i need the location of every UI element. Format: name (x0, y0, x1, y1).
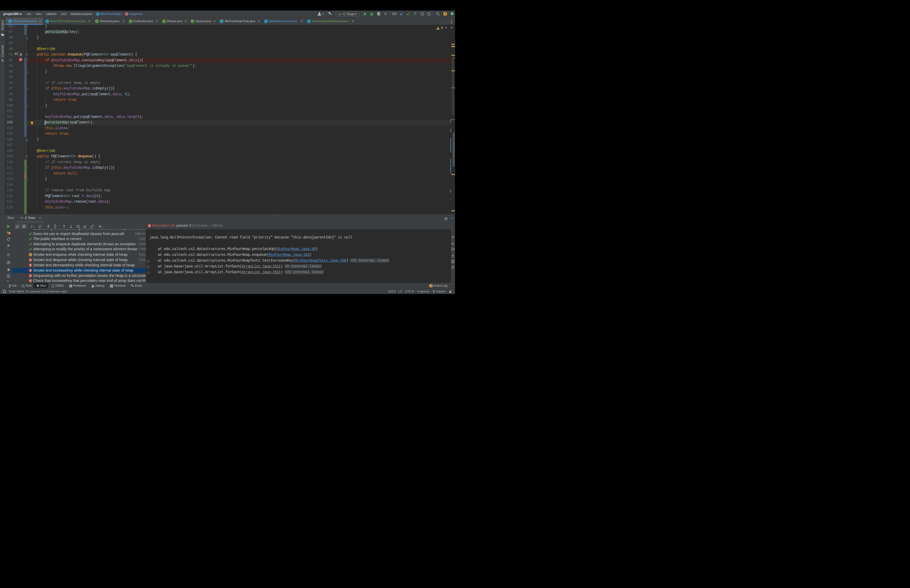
svg-text:C: C (97, 13, 99, 15)
svg-text:C: C (265, 20, 267, 23)
svg-text:C: C (308, 20, 310, 23)
svg-text:I: I (192, 20, 193, 23)
svg-text:I: I (15, 53, 16, 55)
svg-text:3: 3 (430, 284, 432, 287)
svg-text:I: I (163, 20, 164, 23)
svg-text:I: I (96, 20, 97, 23)
svg-text:I: I (130, 20, 131, 23)
svg-text:z: z (33, 227, 34, 228)
svg-text:C: C (221, 20, 223, 23)
svg-text:a: a (33, 225, 34, 226)
svg-text:9: 9 (9, 232, 10, 234)
svg-text:C: C (9, 20, 11, 23)
svg-text:C: C (46, 20, 48, 23)
svg-text:m: m (126, 13, 128, 15)
